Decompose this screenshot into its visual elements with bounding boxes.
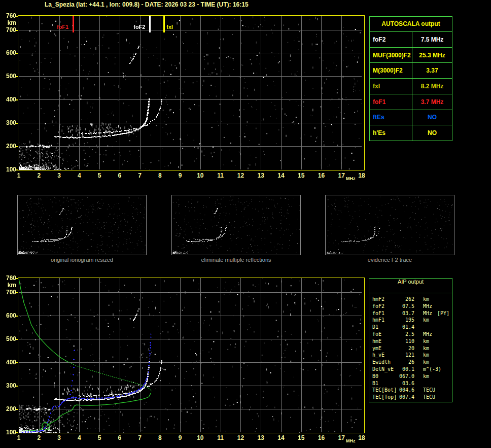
param-label: Ewidth bbox=[372, 359, 399, 366]
y-tick-label: 300 bbox=[1, 119, 16, 126]
table-row: foF207.5MHz bbox=[372, 303, 452, 310]
x-tick-label: 1 bbox=[13, 172, 25, 179]
y-tick-label: 500 bbox=[1, 335, 16, 342]
param-value: NO bbox=[412, 110, 452, 125]
param-unit: TECU bbox=[423, 394, 435, 401]
param-label: hmF1 bbox=[372, 317, 399, 324]
x-tick-label: 12 bbox=[234, 434, 247, 441]
param-value: 26 bbox=[399, 359, 414, 366]
param-unit: km bbox=[423, 296, 429, 303]
thumbnail-original-canvas bbox=[17, 195, 147, 255]
x-tick-label: 6 bbox=[114, 172, 126, 179]
x-tick-label: 15 bbox=[295, 172, 307, 179]
table-row: foF103.7MHz[PY] bbox=[372, 310, 452, 317]
thumbnail-f2-trace: evidence F2 trace bbox=[325, 195, 454, 263]
param-value: 03.7 bbox=[399, 310, 414, 317]
param-label: h_vE bbox=[372, 352, 399, 359]
param-value: 3.7 MHz bbox=[412, 94, 452, 110]
param-label: MUF(3000)F2 bbox=[370, 48, 412, 63]
x-tick-label: 3 bbox=[53, 172, 65, 179]
param-label: B1 bbox=[372, 380, 399, 387]
param-unit: MHz bbox=[423, 310, 432, 317]
x-tick-label: 16 bbox=[315, 434, 327, 441]
param-value: 20 bbox=[399, 345, 414, 352]
y-tick-label: 200 bbox=[1, 405, 16, 412]
param-value: 07.5 bbox=[399, 303, 414, 310]
param-value: 007.4 bbox=[399, 394, 414, 401]
param-label: TEC[Top] bbox=[372, 394, 399, 401]
y-tick-label: 700 bbox=[1, 289, 16, 296]
ionogram-plot-bottom bbox=[15, 278, 365, 433]
x-tick-label: 13 bbox=[255, 434, 267, 441]
thumbnail-no-reflections: eliminate multiple reflections bbox=[171, 195, 301, 263]
param-value: NO bbox=[412, 125, 452, 141]
x-tick-label: 3 bbox=[53, 434, 65, 441]
y-tick-label: 760 bbox=[1, 274, 16, 282]
param-value: 067.0 bbox=[399, 373, 414, 380]
param-label: M(3000)F2 bbox=[370, 63, 412, 78]
y-tick-label: 200 bbox=[1, 143, 16, 150]
table-row: ymE20km bbox=[372, 345, 452, 352]
x-tick-label: 11 bbox=[215, 172, 227, 179]
x-tick-label: 10 bbox=[194, 172, 206, 179]
thumbnail-caption: original ionogram resized bbox=[17, 257, 147, 263]
table-row: B0067.0km bbox=[372, 373, 452, 380]
table-row: foF1 3.7 MHz bbox=[370, 94, 452, 110]
x-tick-label: 5 bbox=[93, 434, 106, 441]
param-value: 25.3 MHz bbox=[412, 48, 452, 63]
y-tick-label: 500 bbox=[1, 73, 16, 80]
thumbnail-caption: evidence F2 trace bbox=[325, 257, 454, 263]
param-label: foF2 bbox=[370, 32, 412, 47]
autoscala-table: AUTOSCALA output foF2 7.5 MHz MUF(3000)F… bbox=[369, 16, 452, 141]
aip-table-title: AIP output bbox=[369, 279, 452, 293]
table-row: hmF2262km bbox=[372, 296, 452, 303]
param-value: 004.6 bbox=[399, 387, 414, 394]
table-row: B103.6 bbox=[372, 380, 452, 387]
table-row: hmE110km bbox=[372, 338, 452, 345]
x-tick-label: 7 bbox=[134, 172, 146, 179]
param-label: B0 bbox=[372, 373, 399, 380]
param-value: 03.6 bbox=[399, 380, 414, 387]
thumbnail-caption: eliminate multiple reflections bbox=[171, 257, 301, 263]
y-axis-unit: km bbox=[1, 19, 16, 26]
x-tick-label: 6 bbox=[114, 434, 126, 441]
x-axis-unit: MHz bbox=[346, 438, 356, 443]
table-row: h_vE121km bbox=[372, 352, 452, 359]
x-axis-unit: MHz bbox=[346, 176, 356, 181]
x-tick-label: 2 bbox=[33, 434, 45, 441]
marker-label-foF1: foF1 bbox=[38, 24, 68, 30]
param-value: 262 bbox=[399, 296, 414, 303]
param-label: foE bbox=[372, 331, 399, 338]
x-tick-label: 12 bbox=[234, 172, 247, 179]
x-tick-label: 10 bbox=[194, 434, 206, 441]
table-row: M(3000)F2 3.37 bbox=[370, 63, 452, 79]
param-unit: km bbox=[423, 317, 429, 324]
x-tick-label: 2 bbox=[33, 172, 45, 179]
x-tick-label: 15 bbox=[295, 434, 307, 441]
x-tick-label: 18 bbox=[356, 172, 368, 179]
y-tick-label: 400 bbox=[1, 359, 16, 366]
y-tick-label: 600 bbox=[1, 312, 16, 319]
x-tick-label: 14 bbox=[275, 434, 287, 441]
ionogram-plot-top bbox=[15, 15, 365, 170]
x-tick-label: 11 bbox=[215, 434, 227, 441]
thumbnail-no-reflections-canvas bbox=[171, 195, 301, 255]
x-tick-label: 9 bbox=[174, 172, 186, 179]
param-label: fxI bbox=[370, 79, 412, 94]
param-label: ftEs bbox=[370, 110, 412, 125]
table-row: foE2.5MHz bbox=[372, 331, 452, 338]
param-label: hmE bbox=[372, 338, 399, 345]
table-row: Ewidth26km bbox=[372, 359, 452, 366]
param-label: TEC[Bot] bbox=[372, 387, 399, 394]
param-value: 00.1 bbox=[399, 366, 414, 373]
y-tick-label: 700 bbox=[1, 26, 16, 33]
param-value: 8.2 MHz bbox=[412, 79, 452, 94]
y-tick-label: 400 bbox=[1, 96, 16, 103]
station-title: La_Spezia (lat: +44.1 , lon: 009.8) - DA… bbox=[45, 1, 249, 8]
param-unit: km bbox=[423, 373, 429, 380]
param-unit: MHz bbox=[423, 303, 432, 310]
x-tick-label: 7 bbox=[134, 434, 146, 441]
thumbnail-original: original ionogram resized bbox=[17, 195, 147, 263]
param-label: ymE bbox=[372, 345, 399, 352]
x-tick-label: 14 bbox=[275, 172, 287, 179]
